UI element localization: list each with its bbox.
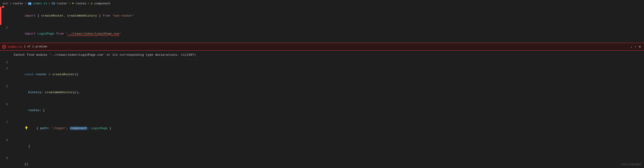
token: from <box>56 32 63 35</box>
token: , <box>66 127 70 130</box>
typescript-icon: TS <box>28 2 32 5</box>
breadcrumb-sep-5: > <box>88 2 90 5</box>
code-line-6: 6 routes: [ <box>0 102 644 119</box>
line-number-4: 4 <box>0 66 12 71</box>
token: 'vue-router' <box>110 14 134 18</box>
line-9-content: }) <box>12 155 644 168</box>
line-number-8: 8 <box>0 137 12 143</box>
token: const <box>24 73 34 76</box>
component-highlight: component <box>70 127 87 130</box>
watermark: CSDN @带娃撸码 <box>621 163 641 166</box>
token: ' <box>119 32 121 35</box>
token <box>24 144 28 148</box>
token: history <box>28 91 41 94</box>
breadcrumb-router-symbol[interactable]: router <box>57 2 68 5</box>
breadcrumb-sep-2: > <box>25 2 26 5</box>
token: router <box>36 73 47 76</box>
routes-icon: ⚑ <box>72 2 74 5</box>
token: : <box>48 127 52 130</box>
token: from <box>102 14 110 18</box>
breadcrumb-sep-3: > <box>49 2 50 5</box>
line-8-content: ] <box>12 137 644 155</box>
token: }) <box>24 162 28 166</box>
token: createWebHistory <box>67 14 97 18</box>
token: routes <box>28 109 40 112</box>
error-count: 1 of 1 problem <box>24 45 47 48</box>
token: : [ <box>39 109 45 112</box>
token: ] <box>28 144 30 148</box>
router-symbol-icon <box>52 2 55 5</box>
line-6-content: routes: [ <box>12 102 644 119</box>
code-line-7: 7 💡 { path: '/login', component: LoginPa… <box>0 119 644 137</box>
breadcrumb-sep-1: > <box>10 2 11 5</box>
line-4-content: const router = createRouter({ <box>12 66 644 83</box>
line-number-5: 5 <box>0 83 12 90</box>
line-number-7: 7 <box>0 119 12 125</box>
component-icon: ⚙ <box>91 2 92 5</box>
code-line-2: 2 import LoginPage from '../views/index/… <box>0 25 644 43</box>
line-2-content: import LoginPage from '../views/index/Lo… <box>12 25 644 43</box>
token: : <box>87 127 91 130</box>
token: path <box>40 127 48 130</box>
token: } <box>97 14 102 18</box>
token: import <box>24 14 36 18</box>
breadcrumb-indexts[interactable]: index.ts <box>33 2 47 5</box>
code-line-8: 8 ] <box>0 137 644 155</box>
token: '/login' <box>52 127 66 130</box>
breadcrumb-router-folder[interactable]: router <box>12 2 24 5</box>
code-line-4: 4 const router = createRouter({ <box>0 66 644 83</box>
line-number-9: 9 <box>0 155 12 161</box>
code-line-3: 3 <box>0 60 644 66</box>
error-circle-icon: ⊗ <box>2 45 6 49</box>
token: { <box>36 14 41 18</box>
token: , <box>64 14 67 18</box>
line-5-content: history: createWebHistory(), <box>12 83 644 102</box>
error-panel: ⊗ index.ts 1 of 1 problem ↓ ↑ ✕ <box>0 43 644 51</box>
lightbulb-icon[interactable]: 💡 <box>24 127 28 130</box>
token: ' <box>64 32 67 35</box>
token: { <box>29 127 40 130</box>
token: } <box>108 127 111 130</box>
token: ({ <box>74 73 78 76</box>
token: createRouter <box>41 14 64 18</box>
code-line-9: 9 }) <box>0 155 644 168</box>
error-panel-right[interactable]: ↓ ↑ ✕ <box>631 45 641 49</box>
breadcrumb-src[interactable]: src <box>3 2 8 5</box>
token <box>24 109 28 112</box>
breadcrumb: src > router > TS index.ts > router > ⚑ … <box>0 0 644 7</box>
line-number-6: 6 <box>0 102 12 108</box>
error-filename: index.ts <box>8 45 22 49</box>
error-message: Cannot find module '../views/index/Login… <box>0 51 644 60</box>
code-line-1: import { createRouter, createWebHistory … <box>0 7 644 25</box>
token: LoginPage <box>38 32 54 35</box>
token: createRouter <box>52 73 74 76</box>
error-panel-left: ⊗ index.ts 1 of 1 problem <box>2 45 47 49</box>
code-line-5: 5 history: createWebHistory(), <box>0 83 644 102</box>
breadcrumb-sep-4: > <box>69 2 71 5</box>
line-7-content: 💡 { path: '/login', component: LoginPage… <box>12 119 644 137</box>
error-module-path: ../views/index/LoginPage.vue <box>67 32 119 35</box>
svg-rect-0 <box>52 3 55 4</box>
line-number-3: 3 <box>0 60 12 66</box>
breadcrumb-component[interactable]: component <box>94 2 110 5</box>
error-line-indicator <box>0 7 2 25</box>
token: import <box>24 32 36 35</box>
error-nav-down[interactable]: ↓ <box>631 45 632 49</box>
error-close-button[interactable]: ✕ <box>638 45 641 49</box>
token: createWebHistory <box>45 91 75 94</box>
breadcrumb-routes[interactable]: routes <box>76 2 86 5</box>
line-number-2: 2 <box>0 25 12 31</box>
editor: import { createRouter, createWebHistory … <box>0 7 644 168</box>
token <box>24 91 28 94</box>
token: = <box>47 73 52 76</box>
error-nav-up[interactable]: ↑ <box>634 45 636 49</box>
line-1-content: import { createRouter, createWebHistory … <box>12 7 644 25</box>
error-dot <box>2 6 4 8</box>
token: LoginPage <box>91 127 108 130</box>
breadcrumb-ts-icon: TS <box>28 2 32 5</box>
token: (), <box>74 91 80 94</box>
token: : <box>41 91 45 94</box>
